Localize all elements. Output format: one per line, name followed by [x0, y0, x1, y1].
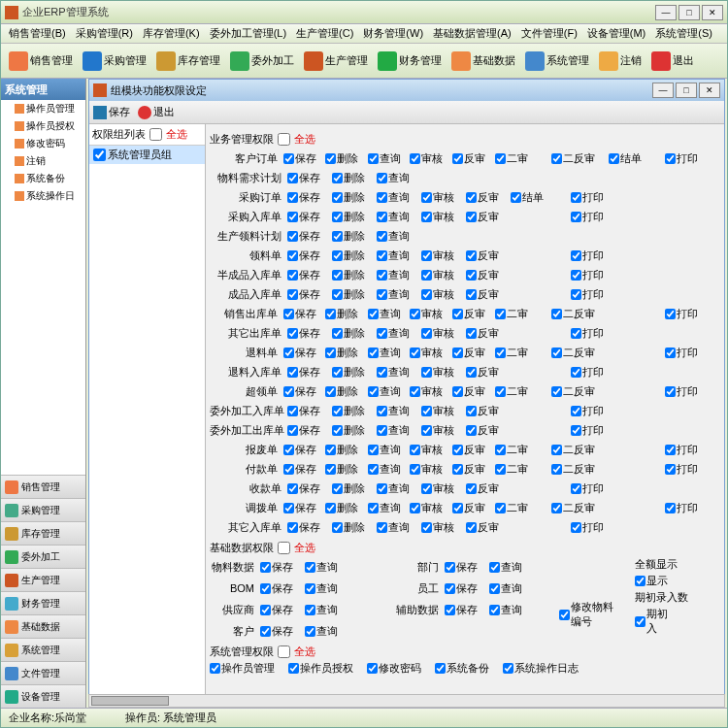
- perm-checkbox[interactable]: [305, 562, 315, 573]
- show-all-checkbox[interactable]: [635, 576, 645, 586]
- perm-checkbox[interactable]: [283, 464, 294, 475]
- perm-checkbox[interactable]: [332, 212, 343, 222]
- accordion-item[interactable]: 基础数据: [1, 614, 85, 638]
- perm-checkbox[interactable]: [368, 386, 379, 397]
- accordion-item[interactable]: 设备管理: [1, 684, 85, 708]
- sys-select-all-checkbox[interactable]: [278, 645, 290, 658]
- perm-checkbox[interactable]: [377, 192, 387, 203]
- sys-perm-checkbox[interactable]: [503, 663, 513, 674]
- dialog-close-button[interactable]: ✕: [699, 83, 720, 98]
- perm-checkbox[interactable]: [421, 289, 432, 300]
- perm-checkbox[interactable]: [283, 386, 294, 397]
- perm-checkbox[interactable]: [283, 309, 294, 319]
- perm-checkbox[interactable]: [325, 347, 336, 358]
- perm-checkbox[interactable]: [665, 503, 676, 513]
- minimize-button[interactable]: —: [655, 5, 677, 20]
- toolbar-item[interactable]: 财务管理: [374, 50, 446, 73]
- perm-checkbox[interactable]: [452, 386, 463, 397]
- accordion-item[interactable]: 委外加工: [1, 545, 85, 568]
- perm-checkbox[interactable]: [452, 464, 463, 475]
- perm-checkbox[interactable]: [466, 406, 477, 416]
- perm-checkbox[interactable]: [325, 464, 336, 475]
- perm-checkbox[interactable]: [452, 503, 463, 513]
- perm-checkbox[interactable]: [260, 605, 271, 615]
- perm-checkbox[interactable]: [665, 347, 676, 358]
- exit-button[interactable]: 退出: [138, 105, 175, 119]
- perm-checkbox[interactable]: [287, 406, 298, 416]
- perm-checkbox[interactable]: [368, 309, 379, 319]
- perm-checkbox[interactable]: [287, 522, 298, 533]
- perm-checkbox[interactable]: [495, 309, 506, 319]
- perm-checkbox[interactable]: [332, 270, 343, 281]
- menu-item[interactable]: 库存管理(K): [139, 24, 204, 43]
- perm-checkbox[interactable]: [287, 328, 298, 339]
- perm-checkbox[interactable]: [332, 192, 343, 203]
- perm-checkbox[interactable]: [489, 583, 500, 594]
- perm-checkbox[interactable]: [305, 626, 315, 637]
- group-select-all-checkbox[interactable]: [149, 128, 162, 141]
- perm-checkbox[interactable]: [466, 328, 477, 339]
- perm-checkbox[interactable]: [452, 347, 463, 358]
- basic-select-all-checkbox[interactable]: [278, 542, 290, 554]
- perm-checkbox[interactable]: [377, 522, 387, 533]
- sys-perm-checkbox[interactable]: [435, 663, 446, 674]
- perm-checkbox[interactable]: [305, 583, 315, 594]
- biz-select-all-checkbox[interactable]: [278, 133, 290, 146]
- sys-perm-checkbox[interactable]: [367, 663, 378, 674]
- sys-perm-checkbox[interactable]: [288, 663, 299, 674]
- menu-item[interactable]: 委外加工管理(L): [206, 24, 290, 43]
- perm-checkbox[interactable]: [332, 250, 343, 261]
- tree-item[interactable]: 操作员授权: [1, 117, 85, 135]
- perm-checkbox[interactable]: [421, 328, 432, 339]
- perm-checkbox[interactable]: [377, 250, 387, 261]
- group-item[interactable]: 系统管理员组: [89, 146, 205, 164]
- perm-checkbox[interactable]: [551, 503, 562, 513]
- menu-item[interactable]: 财务管理(W): [359, 24, 427, 43]
- perm-checkbox[interactable]: [551, 309, 562, 319]
- perm-checkbox[interactable]: [325, 309, 336, 319]
- perm-checkbox[interactable]: [377, 483, 387, 494]
- perm-checkbox[interactable]: [466, 270, 477, 281]
- perm-checkbox[interactable]: [325, 153, 336, 164]
- perm-checkbox[interactable]: [377, 289, 387, 300]
- perm-checkbox[interactable]: [332, 522, 343, 533]
- perm-checkbox[interactable]: [410, 347, 420, 358]
- perm-checkbox[interactable]: [260, 562, 271, 573]
- perm-checkbox[interactable]: [410, 153, 420, 164]
- perm-checkbox[interactable]: [283, 153, 294, 164]
- perm-checkbox[interactable]: [368, 503, 379, 513]
- dialog-minimize-button[interactable]: —: [652, 83, 674, 98]
- perm-checkbox[interactable]: [571, 289, 581, 300]
- perm-checkbox[interactable]: [466, 425, 477, 436]
- perm-checkbox[interactable]: [495, 386, 506, 397]
- perm-checkbox[interactable]: [665, 445, 676, 455]
- perm-checkbox[interactable]: [466, 483, 477, 494]
- perm-checkbox[interactable]: [551, 153, 562, 164]
- perm-checkbox[interactable]: [325, 386, 336, 397]
- tree-item[interactable]: 系统备份: [1, 170, 85, 187]
- accordion-item[interactable]: 销售管理: [1, 475, 85, 498]
- accordion-item[interactable]: 采购管理: [1, 498, 85, 521]
- perm-checkbox[interactable]: [665, 153, 676, 164]
- accordion-item[interactable]: 库存管理: [1, 521, 85, 545]
- perm-checkbox[interactable]: [571, 192, 581, 203]
- perm-checkbox[interactable]: [377, 367, 387, 378]
- perm-checkbox[interactable]: [410, 503, 420, 513]
- tree-item[interactable]: 注销: [1, 152, 85, 170]
- perm-checkbox[interactable]: [421, 522, 432, 533]
- toolbar-item[interactable]: 基础数据: [447, 50, 519, 73]
- perm-checkbox[interactable]: [332, 367, 343, 378]
- perm-checkbox[interactable]: [377, 406, 387, 416]
- perm-checkbox[interactable]: [287, 270, 298, 281]
- perm-checkbox[interactable]: [489, 605, 500, 615]
- close-button[interactable]: ✕: [702, 5, 723, 20]
- perm-checkbox[interactable]: [421, 425, 432, 436]
- horizontal-scrollbar[interactable]: [88, 694, 725, 708]
- perm-checkbox[interactable]: [452, 309, 463, 319]
- perm-checkbox[interactable]: [368, 347, 379, 358]
- perm-checkbox[interactable]: [377, 328, 387, 339]
- perm-checkbox[interactable]: [445, 583, 455, 594]
- perm-checkbox[interactable]: [571, 250, 581, 261]
- perm-checkbox[interactable]: [665, 386, 676, 397]
- perm-checkbox[interactable]: [410, 464, 420, 475]
